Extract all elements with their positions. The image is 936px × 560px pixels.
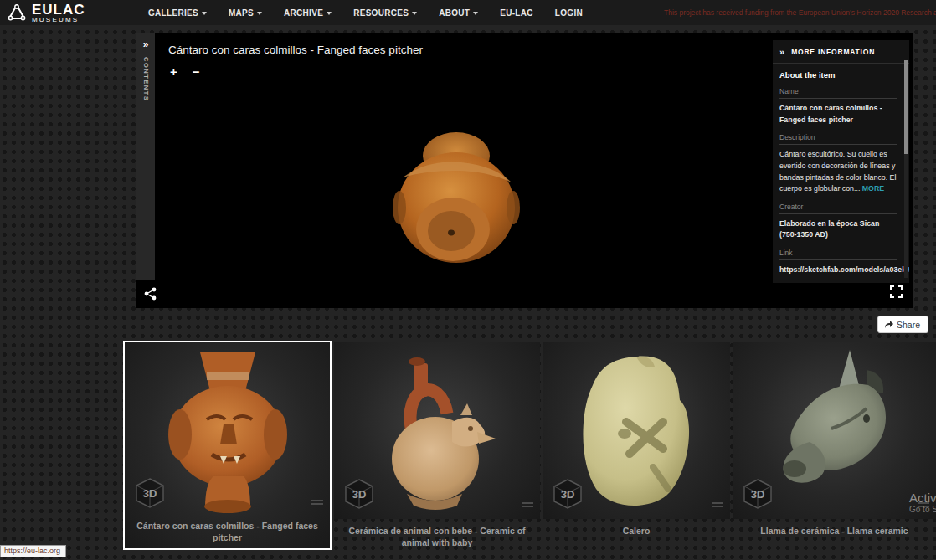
funding-notice: This project has received funding from t…	[664, 0, 936, 25]
logo-line2: MUSEUMS	[32, 17, 85, 23]
collapse-chevrons-icon[interactable]: »	[779, 47, 784, 57]
thumbnail-watermark	[712, 502, 723, 507]
viewer-zoom-controls: + −	[170, 65, 200, 78]
contents-label: CONTENTS	[142, 57, 150, 101]
3d-model-pitcher-top-view[interactable]	[386, 127, 527, 275]
nav-item-galleries[interactable]: GALLERIES	[148, 8, 207, 18]
thumbnail-watermark	[522, 502, 533, 507]
artifact-thumbnail-llama-ceramic	[751, 342, 918, 519]
zoom-in-button[interactable]: +	[170, 65, 177, 78]
logo-line1: EULAC	[32, 3, 85, 17]
more-link[interactable]: MORE	[862, 184, 884, 193]
nav-item-archive[interactable]: ARCHIVE	[284, 8, 332, 18]
gallery-item-animal-ceramic[interactable]: 3D Cerámica de animal con bebe - Ceramic…	[334, 342, 540, 548]
expand-chevrons-icon[interactable]: »	[143, 33, 149, 50]
description-field-label: Description	[779, 133, 897, 145]
gallery-item-caption: Llama de cerámica - Llama ceramic	[733, 525, 936, 537]
scrollbar-thumb[interactable]	[904, 60, 908, 154]
gallery-item-calero[interactable]: 3D Calero	[543, 342, 730, 537]
link-field-label: Link	[779, 249, 897, 260]
nav-item-about[interactable]: ABOUT	[439, 8, 478, 18]
thumbnail-watermark	[311, 500, 323, 505]
info-panel-header[interactable]: » MORE INFORMATION	[773, 40, 909, 64]
fullscreen-icon[interactable]	[890, 285, 903, 298]
3d-badge: 3D	[741, 477, 774, 511]
gallery-item-fanged-pitcher[interactable]: 3D Cántaro con caras colmillos - Fanged …	[123, 341, 332, 550]
windows-activation-watermark: Activate Windows Go to Settings to activ…	[909, 491, 936, 514]
info-panel-title: MORE INFORMATION	[791, 48, 875, 56]
artifact-thumbnail-animal-ceramic	[353, 342, 521, 519]
3d-badge: 3D	[342, 477, 376, 511]
nav-item-resources[interactable]: RESOURCES	[353, 8, 417, 18]
chevron-down-icon	[412, 12, 417, 15]
chevron-down-icon	[473, 12, 478, 15]
share-button[interactable]: Share	[877, 316, 928, 333]
nav-menu: GALLERIES MAPS ARCHIVE RESOURCES ABOUT E…	[130, 8, 583, 18]
eulac-logo[interactable]: EULAC MUSEUMS	[0, 3, 130, 23]
viewer-contents-sidebar[interactable]: » CONTENTS	[136, 33, 155, 280]
share-arrow-icon	[884, 320, 894, 329]
nav-item-login[interactable]: LOGIN	[555, 8, 583, 18]
gallery-item-caption: Cántaro con caras colmillos - Fanged fac…	[125, 520, 330, 543]
about-the-item-heading: About the item	[779, 70, 897, 80]
gallery-item-caption: Cerámica de animal con bebe - Ceramic of…	[334, 525, 540, 548]
name-field-label: Name	[779, 87, 897, 99]
zoom-out-button[interactable]: −	[193, 65, 200, 78]
description-field-value: Cántaro escultórico. Su cuello es everti…	[779, 149, 897, 195]
nav-item-eu-lac[interactable]: EU-LAC	[500, 8, 533, 18]
nav-item-maps[interactable]: MAPS	[229, 8, 262, 18]
more-information-panel: » MORE INFORMATION About the item Name C…	[773, 40, 909, 283]
chevron-down-icon	[327, 12, 332, 15]
top-navigation-bar: EULAC MUSEUMS GALLERIES MAPS ARCHIVE RES…	[0, 0, 936, 25]
browser-link-preview: https://eu-lac.org	[0, 545, 66, 557]
chevron-down-icon	[202, 12, 207, 15]
3d-badge: 3D	[133, 476, 167, 510]
share-network-icon[interactable]	[144, 287, 157, 301]
chevron-down-icon	[257, 12, 262, 15]
3d-viewer-embed[interactable]: » CONTENTS Cántaro con caras colmillos -…	[136, 33, 913, 308]
name-field-value: Cántaro con caras colmillos - Fanged fac…	[779, 103, 897, 126]
viewer-model-title: Cántaro con caras colmillos - Fanged fac…	[168, 44, 423, 56]
info-panel-scrollbar[interactable]	[904, 60, 908, 278]
3d-badge: 3D	[551, 477, 584, 511]
gallery-item-llama-ceramic[interactable]: 3D Llama de cerámica - Llama ceramic	[733, 342, 936, 537]
gallery-item-caption: Calero	[543, 525, 730, 537]
creator-field-label: Creator	[779, 203, 897, 214]
link-field-value[interactable]: https://sketchfab.com/models/a03eld5	[779, 265, 897, 276]
creator-field-value: Elaborado en la época Sican (750-1350 AD…	[779, 218, 897, 241]
eulac-logo-icon	[7, 3, 27, 23]
